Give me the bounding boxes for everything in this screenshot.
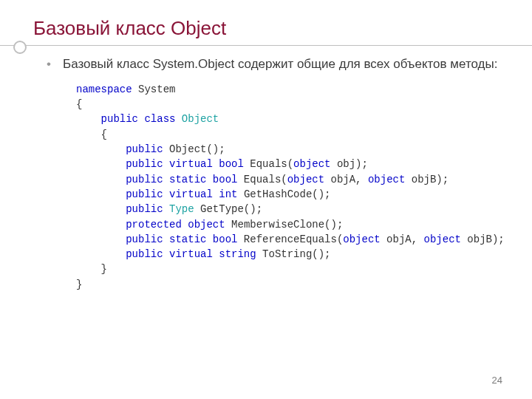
kw-virtual: virtual: [163, 248, 219, 260]
code-text: Object();: [163, 143, 225, 155]
code-text: }: [76, 279, 82, 290]
code-text: objA,: [324, 174, 368, 185]
page-title: Базовый класс Object: [33, 18, 532, 39]
code-text: [182, 219, 188, 231]
code-text: [163, 203, 169, 215]
bullet-text: Базовый класс System.Object содержит общ…: [63, 56, 508, 72]
code-text: [76, 113, 101, 125]
code-text: MemberwiseClone();: [225, 219, 344, 231]
kw-object: object: [343, 233, 380, 245]
kw-object: object: [424, 233, 461, 245]
code-text: ToString();: [256, 248, 331, 260]
kw-object: object: [368, 174, 405, 185]
code-text: obj);: [331, 158, 368, 170]
code-text: objB);: [405, 174, 449, 185]
kw-static: static: [163, 174, 213, 185]
code-text: ReferenceEquals(: [237, 233, 343, 245]
code-text: GetHashCode();: [237, 188, 330, 200]
accent-circle-icon: [13, 41, 27, 54]
code-text: Equals(: [244, 158, 293, 170]
kw-protected: protected: [126, 219, 182, 231]
code-text: [76, 174, 126, 185]
code-text: }: [76, 263, 107, 275]
kw-virtual: virtual: [163, 188, 219, 200]
code-text: [76, 203, 126, 215]
kw-bool: bool: [219, 158, 244, 170]
type-type: Type: [169, 203, 194, 215]
kw-int: int: [219, 188, 237, 200]
kw-object: object: [188, 219, 225, 231]
kw-virtual: virtual: [163, 158, 219, 170]
code-text: objB);: [461, 233, 505, 245]
code-text: GetType();: [194, 203, 262, 215]
kw-object: object: [287, 174, 324, 185]
kw-object: object: [293, 158, 330, 170]
kw-public: public: [126, 188, 163, 200]
kw-static: static: [163, 233, 213, 245]
code-text: Equals(: [237, 174, 287, 185]
kw-class: class: [138, 113, 182, 125]
code-text: {: [76, 129, 107, 140]
code-text: [76, 143, 126, 155]
kw-public: public: [126, 248, 163, 260]
code-text: System: [132, 83, 176, 95]
kw-public: public: [126, 174, 163, 185]
kw-public: public: [126, 143, 163, 155]
code-text: [76, 219, 126, 231]
kw-public: public: [126, 203, 163, 215]
code-text: [76, 233, 126, 245]
code-text: [76, 158, 126, 170]
kw-public: public: [126, 233, 163, 245]
kw-public: public: [126, 158, 163, 170]
kw-public: public: [101, 113, 138, 125]
type-object: Object: [182, 113, 219, 125]
kw-string: string: [219, 248, 256, 260]
code-block: namespace System { public class Object {…: [63, 82, 508, 292]
kw-bool: bool: [213, 174, 238, 185]
title-underline: [0, 45, 532, 46]
page-number: 24: [492, 375, 502, 386]
code-text: [76, 188, 126, 200]
code-text: objA,: [381, 233, 424, 245]
kw-bool: bool: [213, 233, 238, 245]
code-text: {: [76, 98, 82, 110]
code-text: [76, 248, 126, 260]
kw-namespace: namespace: [76, 83, 132, 95]
